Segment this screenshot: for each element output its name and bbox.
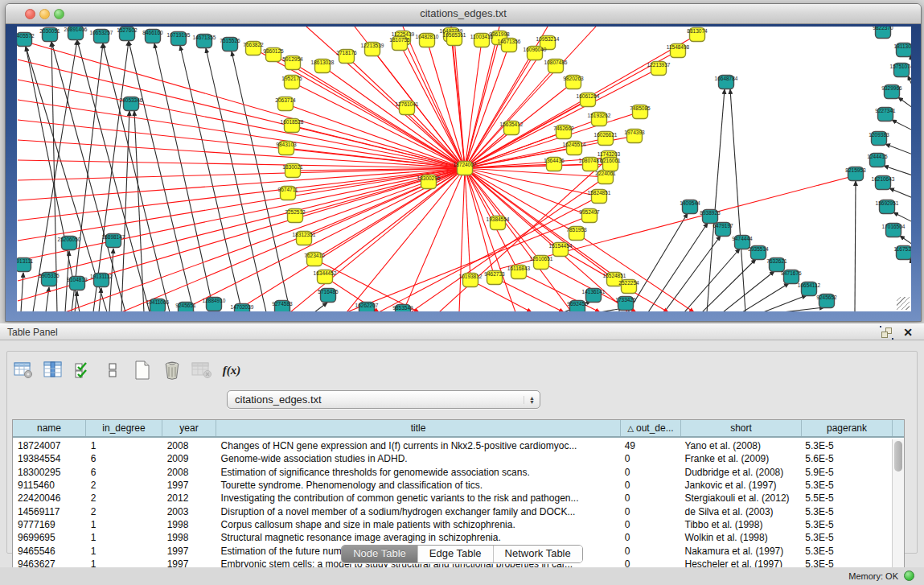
citation-edge[interactable] bbox=[782, 307, 824, 311]
hub-edge[interactable] bbox=[290, 168, 465, 311]
graph-node[interactable]: 15898147 bbox=[102, 234, 125, 248]
column-header-pagerank[interactable]: pagerank bbox=[802, 420, 893, 436]
graph-node[interactable]: 9822370 bbox=[873, 27, 893, 39]
graph-node[interactable]: 9843103 bbox=[276, 142, 297, 155]
resize-grip[interactable] bbox=[897, 297, 910, 310]
citation-edge[interactable] bbox=[892, 120, 911, 130]
float-window-icon[interactable] bbox=[881, 328, 892, 338]
graph-node[interactable]: 18613028 bbox=[311, 60, 335, 73]
graph-node[interactable]: 16648784 bbox=[715, 76, 738, 89]
citation-edge[interactable] bbox=[730, 89, 745, 311]
graph-node[interactable]: 12213937 bbox=[647, 62, 671, 76]
graph-node[interactable]: 10653257 bbox=[90, 30, 113, 43]
graph-node[interactable]: 8215953 bbox=[845, 167, 866, 181]
graph-node[interactable]: 18312351 bbox=[293, 232, 316, 245]
graph-node[interactable]: 1244415 bbox=[867, 154, 888, 167]
citation-edge[interactable] bbox=[46, 287, 49, 311]
table-row[interactable]: 1830029562008Estimation of significance … bbox=[13, 466, 891, 479]
graph-node[interactable]: 1811304 bbox=[894, 43, 911, 57]
graph-node[interactable]: 9860125 bbox=[263, 48, 284, 62]
column-header-short[interactable]: short bbox=[681, 420, 802, 436]
graph-node[interactable]: 7663822 bbox=[243, 42, 264, 56]
graph-node[interactable]: 9227341 bbox=[875, 108, 896, 122]
column-header-name[interactable]: name bbox=[13, 420, 86, 436]
hub-edge[interactable] bbox=[18, 168, 465, 281]
hub-edge[interactable] bbox=[292, 126, 465, 168]
graph-node[interactable]: 16018528 bbox=[281, 119, 304, 133]
graph-node[interactable]: 9820263 bbox=[563, 76, 584, 89]
graph-node[interactable]: 5912954 bbox=[282, 56, 303, 70]
graph-node[interactable]: 19565361 bbox=[443, 32, 466, 46]
network-canvas[interactable]: 2405572203005120891406106532571527602846… bbox=[17, 27, 911, 311]
citation-network-graph[interactable]: 2405572203005120891406106532571527602846… bbox=[17, 27, 911, 311]
graph-node[interactable]: 12213539 bbox=[361, 43, 384, 56]
hub-edge[interactable] bbox=[18, 168, 465, 200]
network-window-titlebar[interactable]: citations_edges.txt bbox=[6, 4, 921, 24]
hub-edge[interactable] bbox=[18, 100, 465, 168]
graph-node[interactable]: 1830021 bbox=[282, 164, 303, 178]
graph-node[interactable]: 10482810 bbox=[416, 34, 439, 47]
tab-network-table[interactable]: Network Table bbox=[494, 546, 582, 562]
hub-edge[interactable] bbox=[306, 27, 465, 168]
graph-node[interactable]: 7462662 bbox=[553, 126, 574, 139]
citation-edge[interactable] bbox=[314, 303, 327, 311]
tab-node-table[interactable]: Node Table bbox=[342, 546, 418, 562]
graph-node[interactable]: 8813074 bbox=[687, 28, 708, 42]
graph-node[interactable]: 12761041 bbox=[396, 101, 419, 115]
graph-node[interactable]: 8471676 bbox=[781, 270, 802, 284]
citation-edge[interactable] bbox=[898, 97, 911, 108]
hub-edge[interactable] bbox=[304, 168, 465, 238]
graph-node[interactable]: 16116843 bbox=[507, 266, 531, 279]
citation-edge[interactable] bbox=[134, 111, 144, 311]
citation-edge[interactable] bbox=[889, 188, 911, 198]
graph-node[interactable]: 1527602 bbox=[117, 27, 138, 41]
citation-edge-red[interactable] bbox=[495, 278, 564, 311]
graph-node[interactable]: 9245652 bbox=[816, 295, 837, 308]
graph-node[interactable]: 10654112 bbox=[798, 282, 821, 296]
citation-edge[interactable] bbox=[885, 144, 911, 154]
graph-node[interactable]: 6479197 bbox=[713, 223, 733, 237]
citation-edge[interactable] bbox=[908, 76, 911, 87]
graph-node[interactable]: 1167533 bbox=[894, 246, 911, 260]
citation-edge-red[interactable] bbox=[499, 175, 856, 269]
graph-node[interactable]: 1209383 bbox=[869, 132, 889, 146]
graph-node[interactable]: 19131112 bbox=[90, 274, 113, 287]
graph-node[interactable]: 6216061 bbox=[600, 158, 621, 171]
citation-edge[interactable] bbox=[893, 212, 911, 222]
graph-node[interactable]: 2224061 bbox=[595, 171, 616, 184]
hub-edge[interactable] bbox=[18, 168, 465, 241]
graph-node[interactable]: 12884910 bbox=[203, 298, 226, 311]
graph-node[interactable]: 16245514 bbox=[563, 142, 586, 155]
delete-rows-icon[interactable] bbox=[161, 359, 183, 381]
graph-node[interactable]: 15692951 bbox=[876, 200, 899, 214]
citation-edge[interactable] bbox=[723, 271, 774, 311]
graph-node[interactable]: 9853549 bbox=[392, 305, 413, 312]
citation-edge[interactable] bbox=[707, 89, 725, 311]
citation-edge[interactable] bbox=[648, 223, 708, 311]
hub-edge[interactable] bbox=[65, 168, 465, 311]
graph-node[interactable]: 1974393 bbox=[624, 130, 645, 143]
graph-node[interactable]: 11003416 bbox=[470, 34, 494, 47]
graph-node[interactable]: 9245651 bbox=[175, 303, 196, 312]
hub-edge[interactable] bbox=[322, 66, 465, 168]
table-settings-icon[interactable] bbox=[12, 359, 35, 381]
hub-edge[interactable] bbox=[234, 168, 465, 311]
table-row[interactable]: 1872400712008Changes of HCN gene express… bbox=[13, 439, 891, 452]
graph-node[interactable]: 9462733 bbox=[484, 271, 505, 285]
table-selector-dropdown[interactable]: citations_edges.txt ▲▼ bbox=[227, 390, 540, 409]
graph-node[interactable]: 5905335 bbox=[39, 273, 60, 286]
graph-node[interactable]: 10807486 bbox=[544, 60, 568, 73]
graph-node[interactable]: 8938923 bbox=[700, 210, 721, 224]
graph-node[interactable]: 25206050 bbox=[58, 237, 81, 250]
graph-node[interactable]: 7851953 bbox=[566, 227, 587, 241]
close-panel-icon[interactable]: ✕ bbox=[903, 326, 913, 339]
table-row[interactable]: 1456911722003Disruption of a novel membe… bbox=[13, 505, 891, 517]
graph-node[interactable]: 2718176 bbox=[336, 50, 357, 64]
hub-edge[interactable] bbox=[18, 168, 465, 220]
graph-node[interactable]: 16096040 bbox=[524, 47, 547, 60]
citation-edge[interactable] bbox=[900, 236, 911, 245]
citation-edge[interactable] bbox=[180, 46, 242, 311]
scrollbar-thumb[interactable] bbox=[894, 441, 902, 472]
graph-node[interactable]: 7632621 bbox=[766, 258, 787, 272]
graph-node[interactable]: 8466160 bbox=[142, 30, 163, 43]
